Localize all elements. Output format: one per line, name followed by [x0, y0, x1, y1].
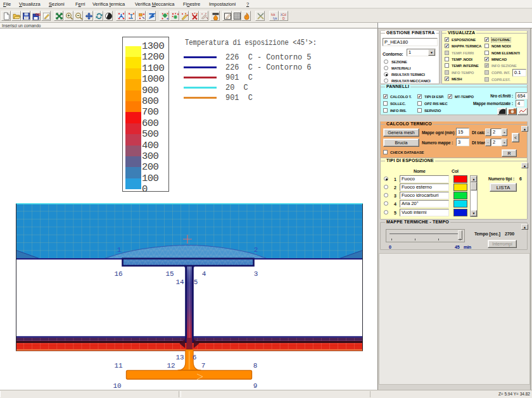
- svg-text:6: 6: [193, 354, 197, 361]
- svg-text:9: 9: [253, 382, 258, 390]
- svg-text:16: 16: [114, 270, 122, 278]
- svg-text:DB: DB: [35, 13, 41, 16]
- svg-text:4: 4: [202, 270, 206, 278]
- svg-text:14: 14: [175, 278, 184, 286]
- svg-text:8: 8: [253, 362, 258, 370]
- svg-text:15: 15: [165, 270, 174, 278]
- svg-text:1: 1: [117, 246, 122, 254]
- svg-text:2: 2: [254, 246, 258, 254]
- svg-text:7: 7: [201, 362, 206, 370]
- svg-text:5: 5: [194, 278, 198, 286]
- svg-text:3: 3: [254, 270, 258, 278]
- svg-text:13: 13: [175, 354, 184, 361]
- svg-text:11: 11: [114, 362, 123, 370]
- svg-text:fyk: fyk: [273, 16, 277, 20]
- svg-text:D: D: [282, 16, 285, 20]
- svg-text:10: 10: [113, 382, 121, 390]
- svg-text:12: 12: [167, 362, 175, 370]
